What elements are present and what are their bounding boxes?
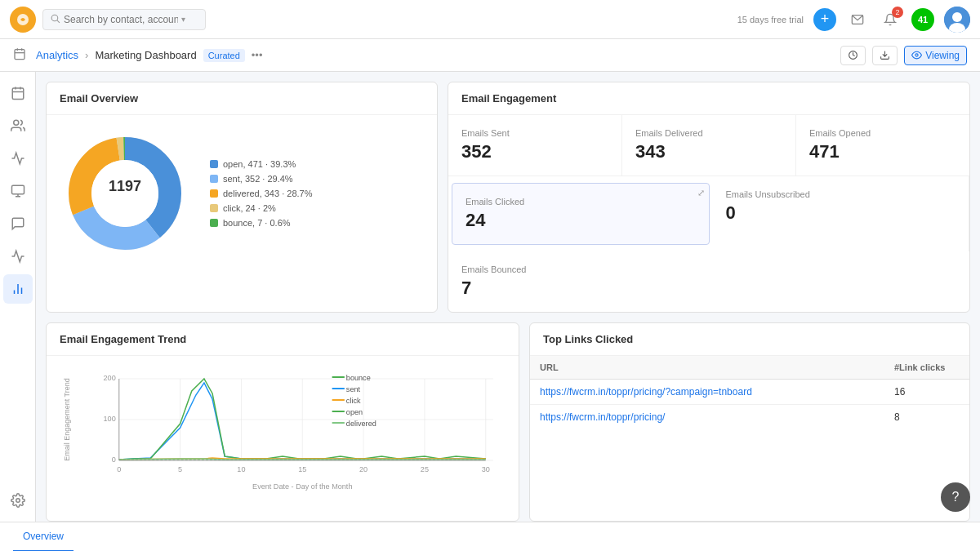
analytics-breadcrumb[interactable]: Analytics [36, 49, 78, 61]
email-trend-card: Email Engagement Trend 200 100 0 [46, 322, 519, 522]
chart-legend: open, 471 · 39.3% sent, 352 · 29.4% deli… [210, 159, 312, 228]
donut-chart: 1197 [60, 128, 190, 259]
col-clicks-header: #Link clicks [894, 362, 960, 372]
breadcrumb-actions: Viewing [840, 46, 967, 65]
table-row: https://fwcrm.in/toppr/pricing/?campaign… [530, 380, 969, 405]
link-clicks-2: 8 [894, 411, 960, 423]
legend-bounce: bounce, 7 · 0.6% [210, 218, 312, 228]
svg-rect-16 [11, 185, 24, 194]
emails-bounced-label: Emails Bounced [461, 264, 956, 274]
sidebar-item-accounts[interactable] [3, 176, 33, 206]
middle-row: Email Engagement Trend 200 100 0 [46, 322, 970, 522]
svg-text:100: 100 [104, 415, 116, 423]
legend-delivered: delivered, 343 · 28.7% [210, 189, 312, 198]
navbar-left: ▾ [10, 7, 206, 33]
user-avatar[interactable] [944, 7, 970, 33]
history-button[interactable] [840, 46, 866, 65]
sidebar-item-calendar[interactable] [3, 78, 33, 108]
sidebar-item-contacts[interactable] [3, 111, 33, 140]
svg-text:5: 5 [178, 465, 182, 473]
app-logo[interactable] [10, 7, 36, 33]
legend-bounce-label: bounce, 7 · 0.6% [223, 218, 291, 228]
legend-open-dot [210, 160, 218, 168]
sidebar-item-campaigns[interactable] [3, 242, 33, 271]
navbar-right: 15 days free trial + 2 41 [737, 7, 970, 33]
legend-sent-dot [210, 175, 218, 183]
emails-bounced-value: 7 [461, 278, 956, 299]
legend-open: open, 471 · 39.3% [210, 159, 312, 169]
user-count-btn[interactable]: 41 [911, 8, 934, 31]
legend-bounce-dot [210, 219, 218, 227]
sidebar-item-settings[interactable] [3, 486, 33, 515]
svg-text:20: 20 [359, 465, 368, 473]
emails-delivered-label: Emails Delivered [635, 128, 782, 138]
email-engagement-card: Email Engagement Emails Sent 352 Emails … [448, 82, 970, 313]
svg-text:200: 200 [104, 374, 116, 382]
help-button[interactable]: ? [941, 482, 970, 512]
trend-chart-body: 200 100 0 [47, 356, 519, 521]
tab-overview[interactable]: Overview [13, 522, 74, 552]
main-content: Email Overview [36, 72, 980, 522]
viewing-label: Viewing [925, 50, 960, 61]
svg-text:sent: sent [346, 385, 361, 393]
legend-click-dot [210, 204, 218, 212]
svg-text:10: 10 [237, 465, 245, 473]
emails-opened-value: 471 [809, 141, 956, 162]
emails-sent-label: Emails Sent [461, 128, 608, 138]
stat-emails-unsubscribed: Emails Unsubscribed 0 [713, 176, 970, 251]
emails-delivered-value: 343 [635, 141, 782, 162]
table-header: URL #Link clicks [530, 356, 969, 380]
svg-text:15: 15 [298, 465, 306, 473]
emails-sent-value: 352 [461, 141, 608, 162]
link-url-1[interactable]: https://fwcrm.in/toppr/pricing/?campaign… [540, 386, 894, 398]
emails-unsubscribed-value: 0 [726, 202, 956, 224]
svg-text:30: 30 [482, 465, 490, 473]
expand-icon[interactable]: ⤢ [697, 188, 705, 198]
search-bar[interactable]: ▾ [42, 9, 206, 30]
svg-point-15 [13, 120, 18, 125]
col-url-header: URL [540, 362, 894, 372]
export-button[interactable] [872, 46, 898, 65]
svg-text:bounce: bounce [346, 374, 371, 382]
sidebar-item-analytics[interactable] [3, 274, 33, 304]
search-dropdown-icon[interactable]: ▾ [181, 15, 185, 24]
emails-clicked-value: 24 [466, 210, 696, 231]
svg-text:25: 25 [421, 465, 429, 473]
sidebar [0, 72, 36, 522]
stat-emails-bounced: Emails Bounced 7 [448, 251, 969, 312]
overview-body: 1197 open, 471 · 39.3% sent, 352 · 29.4% [47, 115, 437, 272]
svg-rect-11 [12, 88, 24, 100]
table-row: https://fwcrm.in/toppr/pricing/ 8 [530, 405, 969, 429]
search-icon [50, 13, 60, 26]
svg-text:click: click [346, 397, 361, 405]
email-overview-title: Email Overview [47, 82, 437, 115]
stat-emails-opened: Emails Opened 471 [796, 115, 969, 176]
svg-text:0: 0 [117, 465, 121, 473]
add-button[interactable]: + [813, 8, 836, 31]
legend-delivered-dot [210, 189, 218, 198]
svg-text:delivered: delivered [346, 420, 376, 428]
emails-unsubscribed-label: Emails Unsubscribed [726, 189, 956, 199]
svg-point-10 [915, 54, 918, 56]
emails-clicked-label: Emails Clicked [466, 197, 696, 207]
sidebar-item-deals[interactable] [3, 144, 33, 173]
legend-click: click, 24 · 2% [210, 203, 312, 213]
viewing-button[interactable]: Viewing [904, 46, 967, 65]
svg-text:Email Engagement Trend: Email Engagement Trend [63, 378, 71, 461]
more-options-icon[interactable]: ••• [252, 49, 263, 61]
legend-delivered-label: delivered, 343 · 28.7% [223, 189, 312, 198]
svg-text:Event Date - Day of the Month: Event Date - Day of the Month [252, 482, 352, 491]
email-icon-btn[interactable] [846, 8, 869, 31]
sidebar-item-inbox[interactable] [3, 209, 33, 238]
legend-click-label: click, 24 · 2% [223, 203, 276, 213]
stat-emails-clicked-highlighted: ⤢ Emails Clicked 24 [452, 183, 710, 245]
trial-text: 15 days free trial [737, 15, 804, 24]
legend-open-label: open, 471 · 39.3% [223, 159, 296, 169]
svg-text:1197: 1197 [109, 178, 141, 194]
search-input[interactable] [64, 14, 178, 25]
curated-badge: Curated [203, 49, 245, 62]
notification-btn[interactable]: 2 [879, 8, 902, 31]
link-url-2[interactable]: https://fwcrm.in/toppr/pricing/ [540, 411, 894, 423]
emails-opened-label: Emails Opened [809, 128, 956, 138]
marketing-dashboard-title: Marketing Dashboard [95, 49, 196, 61]
